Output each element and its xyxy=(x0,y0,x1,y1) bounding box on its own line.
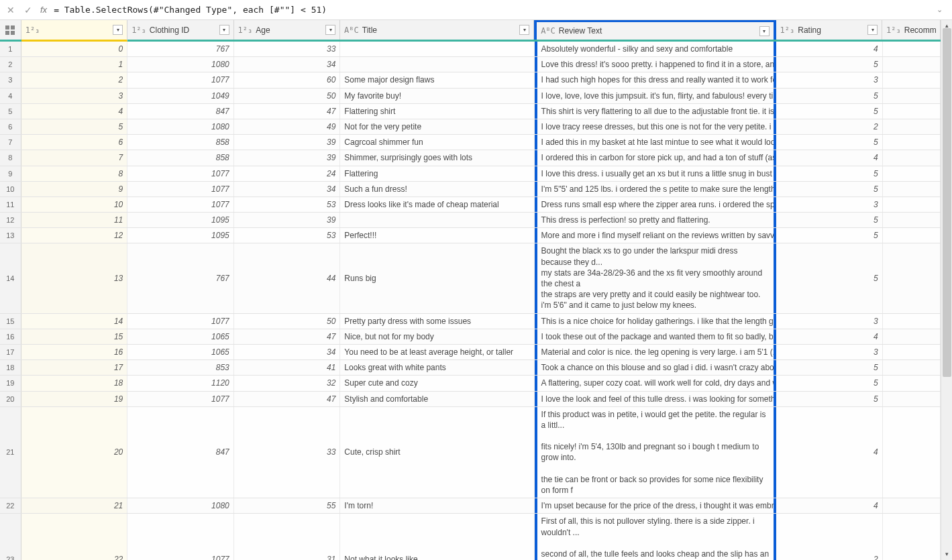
table-row[interactable]: 7685839Cagrcoal shimmer funI aded this i… xyxy=(0,135,941,150)
table-row[interactable]: 98107724FlatteringI love this dress. i u… xyxy=(0,166,941,182)
cell[interactable]: 853 xyxy=(127,360,234,375)
cell[interactable]: 5 xyxy=(776,135,883,150)
cell[interactable]: 6 xyxy=(21,135,128,150)
cell[interactable]: Not what it looks like xyxy=(340,514,534,560)
cell[interactable]: 50 xyxy=(234,89,341,103)
expand-formula-icon[interactable]: ⌄ xyxy=(933,5,947,14)
cell-review[interactable]: I love, love, love this jumpsuit. it's f… xyxy=(535,89,777,103)
cell[interactable]: 9 xyxy=(21,182,128,197)
row-number[interactable]: 1 xyxy=(0,42,21,56)
cell[interactable]: 18 xyxy=(21,376,128,390)
table-row[interactable]: 181785341Looks great with white pantsToo… xyxy=(0,360,941,376)
table-row[interactable]: 5484747Flattering shirtThis shirt is ver… xyxy=(0,104,941,119)
cell-review[interactable]: I love the look and feel of this tulle d… xyxy=(535,392,777,406)
cell[interactable]: 2 xyxy=(776,514,883,560)
row-number[interactable]: 19 xyxy=(0,376,21,390)
row-number[interactable]: 13 xyxy=(0,228,21,243)
cell-review[interactable]: I love this dress. i usually get an xs b… xyxy=(535,166,777,181)
cell[interactable]: 21 xyxy=(21,498,128,513)
row-number[interactable]: 15 xyxy=(0,314,21,329)
row-number[interactable]: 6 xyxy=(0,119,21,134)
table-row[interactable]: 2322107731Not what it looks likeFirst of… xyxy=(0,514,941,560)
table-row[interactable]: 1716106534You need to be at least averag… xyxy=(0,345,941,360)
cell[interactable]: Cagrcoal shimmer fun xyxy=(340,135,534,150)
cell[interactable]: Shimmer, surprisingly goes with lots xyxy=(340,150,534,165)
cell[interactable]: 1080 xyxy=(127,119,234,134)
cell-review[interactable]: Material and color is nice. the leg open… xyxy=(535,345,777,359)
cell[interactable] xyxy=(883,104,941,119)
cell[interactable] xyxy=(883,150,941,165)
cell-review[interactable]: More and more i find myself reliant on t… xyxy=(535,228,777,243)
cell-review[interactable]: This dress is perfection! so pretty and … xyxy=(535,213,777,227)
cell[interactable]: 34 xyxy=(234,57,341,72)
cell[interactable]: 32 xyxy=(234,376,341,390)
scroll-down-icon[interactable]: ▾ xyxy=(941,549,952,560)
cell[interactable]: 1095 xyxy=(127,213,234,227)
cell-review[interactable]: Bought the black xs to go under the lark… xyxy=(535,243,777,313)
row-number[interactable]: 3 xyxy=(0,72,21,87)
cell[interactable]: 4 xyxy=(776,498,883,513)
column-header-clothing-id[interactable]: 1²₃ Clothing ID ▾ xyxy=(127,20,233,40)
cell[interactable]: 5 xyxy=(776,89,883,103)
cell[interactable]: Dress looks like it's made of cheap mate… xyxy=(340,197,534,212)
cancel-formula-icon[interactable]: ✕ xyxy=(5,5,16,15)
cell[interactable] xyxy=(883,42,941,56)
cell[interactable]: 8 xyxy=(21,166,128,181)
cell[interactable]: Flattering shirt xyxy=(340,104,534,119)
cell[interactable] xyxy=(883,329,941,344)
column-header-recommend[interactable]: 1²₃ Recommen xyxy=(882,20,941,40)
cell[interactable]: 50 xyxy=(234,314,341,329)
cell[interactable]: 1077 xyxy=(127,392,234,406)
cell[interactable]: 4 xyxy=(21,104,128,119)
cell[interactable]: 34 xyxy=(234,345,341,359)
cell[interactable] xyxy=(883,182,941,197)
cell[interactable]: 1080 xyxy=(127,57,234,72)
cell[interactable] xyxy=(883,119,941,134)
cell[interactable]: 16 xyxy=(21,345,128,359)
cell[interactable]: 1077 xyxy=(127,72,234,87)
cell[interactable]: 39 xyxy=(234,150,341,165)
cell-review[interactable]: I ordered this in carbon for store pick … xyxy=(535,150,777,165)
cell[interactable]: You need to be at least average height, … xyxy=(340,345,534,359)
cell[interactable]: 858 xyxy=(127,150,234,165)
table-row[interactable]: 1615106547Nice, but not for my bodyI too… xyxy=(0,329,941,345)
cell[interactable]: 5 xyxy=(776,57,883,72)
cell[interactable]: 1077 xyxy=(127,314,234,329)
cell[interactable]: 49 xyxy=(234,119,341,134)
table-row[interactable]: 109107734Such a fun dress!I'm 5"5' and 1… xyxy=(0,182,941,197)
vertical-scrollbar[interactable]: ▴ ▾ xyxy=(941,20,952,560)
cell[interactable]: 767 xyxy=(127,42,234,56)
cell-review[interactable]: This shirt is very flattering to all due… xyxy=(535,104,777,119)
row-number[interactable]: 23 xyxy=(0,514,21,560)
cell-review[interactable]: If this product was in petite, i would g… xyxy=(535,407,777,498)
table-row[interactable]: 1918112032Super cute and cozyA flatterin… xyxy=(0,376,941,391)
table-row[interactable]: 141376744Runs bigBought the black xs to … xyxy=(0,243,941,313)
cell[interactable]: 47 xyxy=(234,329,341,344)
row-number[interactable]: 9 xyxy=(0,166,21,181)
cell[interactable]: 39 xyxy=(234,213,341,227)
cell-review[interactable]: Took a chance on this blouse and so glad… xyxy=(535,360,777,375)
cell[interactable]: 1 xyxy=(21,57,128,72)
cell[interactable] xyxy=(883,89,941,103)
table-row[interactable]: 1312109553Perfect!!!More and more i find… xyxy=(0,228,941,243)
cell[interactable]: 10 xyxy=(21,197,128,212)
accept-formula-icon[interactable]: ✓ xyxy=(23,5,34,15)
cell[interactable]: 5 xyxy=(776,392,883,406)
table-row[interactable]: 1076733Absolutely wonderful - silky and … xyxy=(0,42,941,57)
cell[interactable]: 12 xyxy=(21,228,128,243)
cell[interactable]: 3 xyxy=(776,197,883,212)
table-row[interactable]: 2019107747Stylish and comfortableI love … xyxy=(0,392,941,407)
cell-review[interactable]: I took these out of the package and want… xyxy=(535,329,777,344)
cell-review[interactable]: I had such high hopes for this dress and… xyxy=(535,72,777,87)
scroll-thumb[interactable] xyxy=(943,28,951,377)
cell[interactable] xyxy=(340,57,534,72)
cell[interactable]: 3 xyxy=(21,89,128,103)
cell[interactable]: 4 xyxy=(776,407,883,498)
cell[interactable]: 14 xyxy=(21,314,128,329)
cell[interactable] xyxy=(883,243,941,313)
cell[interactable] xyxy=(883,345,941,359)
cell[interactable]: 11 xyxy=(21,213,128,227)
table-row[interactable]: 32107760Some major design flawsI had suc… xyxy=(0,72,941,88)
filter-dropdown-icon[interactable]: ▾ xyxy=(867,25,878,35)
cell[interactable]: 5 xyxy=(21,119,128,134)
